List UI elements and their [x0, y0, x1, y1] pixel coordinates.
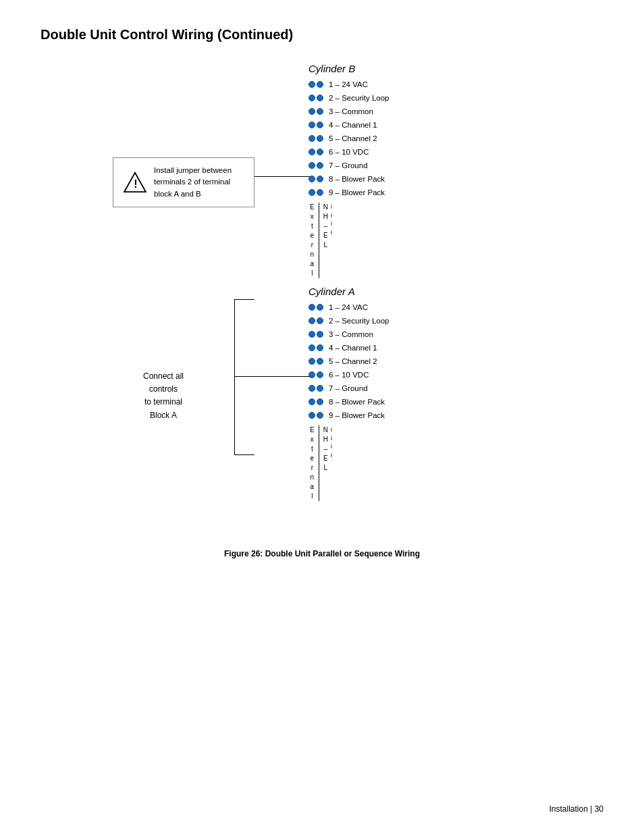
- ext-col-right: N H – E L: [323, 203, 328, 278]
- table-row: 5 – Channel 2: [308, 355, 390, 367]
- dot: [308, 358, 315, 365]
- terminal-label: 9 – Blower Pack: [329, 411, 385, 419]
- terminal-label: 2 – Security Loop: [329, 94, 390, 102]
- terminal-label: 3 – Common: [329, 107, 373, 115]
- dot: [317, 358, 323, 365]
- ext-col-left: E x t e r n a l: [310, 203, 315, 278]
- terminal-label: 9 – Blower Pack: [329, 188, 385, 197]
- dot: [308, 304, 315, 311]
- terminal-label: 1 – 24 VAC: [329, 303, 368, 311]
- dot-pair: [308, 304, 323, 311]
- dot-pair: [308, 95, 323, 101]
- bracket-h-middle: [234, 376, 310, 377]
- dot-pair: [308, 317, 323, 324]
- dot: [317, 95, 323, 101]
- dot: [308, 162, 315, 169]
- warning-icon: !: [123, 172, 147, 193]
- cylinder-a-section: Cylinder A 1 – 24 VAC 2 – Security Loop …: [308, 286, 390, 501]
- dot-pair: [308, 122, 323, 128]
- table-row: 8 – Blower Pack: [308, 396, 390, 408]
- dot: [317, 385, 323, 392]
- dot: [317, 108, 323, 115]
- dot: [317, 176, 323, 182]
- dot-pair: [308, 371, 323, 378]
- table-row: 4 – Channel 1: [308, 342, 390, 354]
- dot-pair: [308, 358, 323, 365]
- dot: [308, 385, 315, 392]
- cylinder-a-title: Cylinder A: [308, 286, 390, 297]
- ext-terminal-a: E x t e r n a l N H – E L: [310, 425, 390, 501]
- dot: [308, 189, 315, 196]
- dot-pair: [308, 331, 323, 338]
- dot: [317, 81, 323, 88]
- table-row: 7 – Ground: [308, 159, 390, 172]
- cylinder-b-section: Cylinder B 1 – 24 VAC 2 – Security Loop …: [308, 63, 390, 278]
- terminal-label: 7 – Ground: [329, 384, 368, 392]
- diagram-area: Cylinder B 1 – 24 VAC 2 – Security Loop …: [45, 63, 599, 536]
- dot-pair: [308, 385, 323, 392]
- line-warning-to-b: [254, 176, 310, 177]
- cylinder-b-terminals: 1 – 24 VAC 2 – Security Loop 3 – Common …: [308, 78, 390, 199]
- terminal-label: 8 – Blower Pack: [329, 398, 385, 406]
- terminal-label: 8 – Blower Pack: [329, 175, 385, 183]
- table-row: 6 – 10 VDC: [308, 146, 390, 158]
- dot: [317, 122, 323, 128]
- dot: [317, 317, 323, 324]
- dot: [308, 331, 315, 338]
- ext-terminal-b: E x t e r n a l N H – E L: [310, 203, 390, 278]
- terminal-label: 5 – Channel 2: [329, 357, 377, 365]
- dot: [317, 135, 323, 142]
- dot: [308, 81, 315, 88]
- dot-pair: [308, 135, 323, 142]
- dot: [317, 331, 323, 338]
- terminal-label: 4 – Channel 1: [329, 344, 377, 352]
- ext-col-right-a: N H – E L: [323, 425, 328, 501]
- terminal-label: 7 – Ground: [329, 161, 368, 170]
- dot: [317, 344, 323, 351]
- dot: [308, 398, 315, 405]
- dot: [308, 149, 315, 155]
- dot-pair: [308, 398, 323, 405]
- table-row: 9 – Blower Pack: [308, 409, 390, 421]
- dot: [308, 317, 315, 324]
- dot: [317, 304, 323, 311]
- table-row: 1 – 24 VAC: [308, 78, 390, 90]
- dot: [317, 162, 323, 169]
- ext-col-i-a: i i i i: [331, 425, 332, 501]
- dot: [308, 412, 315, 419]
- dot: [317, 398, 323, 405]
- terminal-label: 4 – Channel 1: [329, 121, 377, 129]
- dot: [317, 412, 323, 419]
- cylinder-b-title: Cylinder B: [308, 63, 390, 74]
- terminal-label: 2 – Security Loop: [329, 317, 390, 325]
- dot: [317, 189, 323, 196]
- dot: [308, 122, 315, 128]
- table-row: 8 – Blower Pack: [308, 173, 390, 185]
- dot: [308, 95, 315, 101]
- bracket-h-top: [234, 299, 254, 300]
- terminal-label: 1 – 24 VAC: [329, 80, 368, 88]
- page-title: Double Unit Control Wiring (Continued): [41, 27, 603, 43]
- table-row: 4 – Channel 1: [308, 119, 390, 131]
- table-row: 2 – Security Loop: [308, 315, 390, 327]
- ext-col-left-a: E x t e r n a l: [310, 425, 315, 501]
- connect-label: Connect all controls to terminal Block A: [143, 370, 184, 422]
- table-row: 3 – Common: [308, 105, 390, 118]
- dot: [308, 135, 315, 142]
- svg-text:!: !: [134, 178, 137, 190]
- figure-caption: Figure 26: Double Unit Parallel or Seque…: [41, 549, 603, 558]
- table-row: 2 – Security Loop: [308, 92, 390, 104]
- terminal-label: 6 – 10 VDC: [329, 148, 369, 156]
- dot: [317, 149, 323, 155]
- ext-col-i: i i i i: [331, 203, 332, 278]
- dot-pair: [308, 162, 323, 169]
- table-row: 7 – Ground: [308, 382, 390, 394]
- cylinder-a-terminals: 1 – 24 VAC 2 – Security Loop 3 – Common …: [308, 301, 390, 421]
- page: Double Unit Control Wiring (Continued) C…: [0, 0, 644, 834]
- table-row: 1 – 24 VAC: [308, 301, 390, 313]
- dot-pair: [308, 344, 323, 351]
- dot-pair: [308, 176, 323, 182]
- dot-pair: [308, 149, 323, 155]
- dot: [308, 371, 315, 378]
- terminal-label: 3 – Common: [329, 330, 373, 338]
